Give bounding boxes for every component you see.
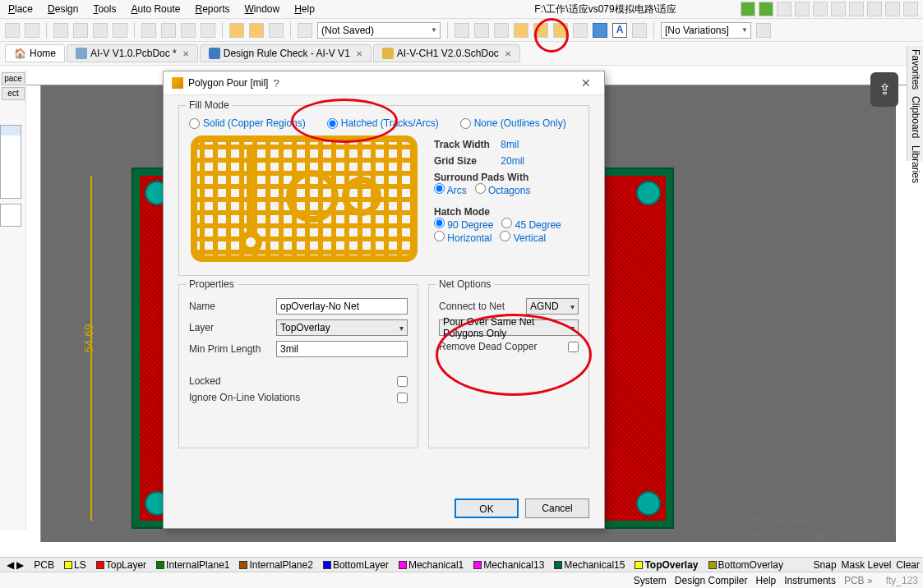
tab-pcbdoc[interactable]: AI-V V1.0.PcbDoc *✕ (67, 44, 198, 62)
help-icon[interactable]: ? (268, 77, 284, 90)
layertab-ip2[interactable]: InternalPlane2 (236, 559, 316, 571)
status-instruments[interactable]: Instruments (784, 575, 836, 586)
nav-back-icon[interactable] (741, 2, 755, 16)
layertab-ls[interactable]: LS (61, 559, 90, 571)
usb-device-icon[interactable]: ⇪ (870, 72, 898, 107)
toolbar-icon[interactable] (573, 23, 588, 38)
toolbar-icon[interactable] (756, 23, 771, 38)
radio-hatched[interactable]: Hatched (Tracks/Arcs) (327, 117, 439, 129)
doc-icon (209, 48, 220, 59)
menu-window[interactable]: Window (245, 3, 280, 15)
toolbar-icon[interactable] (161, 23, 176, 38)
cancel-button[interactable]: Cancel (525, 498, 589, 518)
close-icon[interactable]: ✕ (356, 49, 362, 58)
toolbar-icon[interactable] (885, 2, 900, 16)
toolbar-icon[interactable] (455, 23, 469, 38)
panel-libraries[interactable]: Libraries (909, 145, 921, 183)
layertab-pcb[interactable]: PCB (30, 559, 58, 571)
radio-90[interactable]: 90 Degree (434, 218, 493, 231)
toolbar-icon[interactable] (53, 23, 68, 38)
connect-net-combo[interactable]: AGND (526, 298, 579, 315)
menu-reports[interactable]: Reports (195, 3, 229, 15)
layertab-m13[interactable]: Mechanical13 (470, 559, 547, 571)
toolbar-icon[interactable] (813, 2, 828, 16)
toolbar-icon[interactable] (795, 2, 810, 16)
layertab-ip1[interactable]: InternalPlane1 (153, 559, 233, 571)
toolbar-icon[interactable] (113, 23, 127, 38)
layertab-m1[interactable]: Mechanical1 (395, 559, 467, 571)
toolbar-icon[interactable] (632, 23, 647, 38)
layertab-top[interactable]: TopLayer (93, 559, 150, 571)
toolbar-icon[interactable] (73, 23, 88, 38)
status-design-compiler[interactable]: Design Compiler (675, 575, 748, 586)
radio-45[interactable]: 45 Degree (501, 218, 561, 231)
find-icon[interactable] (298, 23, 312, 38)
toolbar-icon[interactable] (181, 23, 196, 38)
pour-over-combo[interactable]: Pour Over Same Net Polygons Only (439, 319, 579, 336)
status-help[interactable]: Help (756, 575, 777, 586)
panel-favorites[interactable]: Favorites (909, 49, 921, 90)
toolbar-icon[interactable] (201, 23, 215, 38)
menu-tools[interactable]: Tools (93, 3, 116, 15)
remove-dead-copper-checkbox[interactable] (568, 342, 579, 352)
status-snap[interactable]: Snap (814, 559, 837, 571)
radio-arcs[interactable]: Arcs (434, 183, 467, 196)
redo-icon[interactable] (249, 23, 264, 38)
layertab-bottomoverlay[interactable]: BottomOverlay (705, 559, 787, 571)
locked-checkbox[interactable] (397, 376, 408, 387)
close-button[interactable]: ✕ (576, 76, 596, 90)
toolbar-icon[interactable] (514, 23, 528, 38)
toolbar-icon[interactable] (474, 23, 489, 38)
toolbar-icon[interactable] (849, 2, 864, 16)
layertab-bottom[interactable]: BottomLayer (320, 559, 392, 571)
tab-drc[interactable]: Design Rule Check - AI-V V1✕ (200, 44, 372, 62)
nav-fwd-icon[interactable] (759, 2, 773, 16)
ok-button[interactable]: OK (455, 498, 519, 518)
toolbar-icon[interactable] (494, 23, 509, 38)
toolbar-icon[interactable] (5, 23, 20, 38)
toolbar-icon[interactable] (93, 23, 108, 38)
ignore-violations-checkbox[interactable] (397, 393, 408, 403)
status-clear[interactable]: Clear (896, 559, 920, 571)
panel-workspace[interactable]: pace (2, 72, 25, 85)
radio-vert[interactable]: Vertical (500, 231, 546, 244)
name-input[interactable] (276, 298, 408, 315)
status-mask[interactable]: Mask Level (842, 559, 892, 571)
toolbar-icon[interactable] (903, 2, 918, 16)
toolbar-icon[interactable] (777, 2, 791, 16)
radio-octagons[interactable]: Octagons (475, 183, 531, 196)
panel-clipboard[interactable]: Clipboard (909, 96, 921, 138)
toolbar-icon[interactable] (553, 23, 568, 38)
radio-horiz[interactable]: Horizontal (434, 231, 491, 244)
toolbar-icon[interactable] (533, 23, 548, 38)
tab-home[interactable]: 🏠 Home (5, 44, 65, 62)
layertab-topoverlay[interactable]: TopOverlay (631, 559, 701, 571)
toolbar-icon[interactable] (269, 23, 284, 38)
saved-state-combo[interactable]: (Not Saved) (317, 22, 441, 39)
menu-help[interactable]: Help (294, 3, 315, 15)
toolbar-icon[interactable] (831, 2, 846, 16)
sch-doc-icon (382, 48, 394, 59)
toolbar-icon[interactable] (25, 23, 39, 38)
panel-project[interactable]: ect (2, 87, 25, 100)
menu-autoroute[interactable]: Auto Route (131, 3, 180, 15)
properties-group: Properties Name LayerTopOverlay Min Prim… (178, 284, 418, 448)
radio-solid[interactable]: Solid (Copper Regions) (189, 117, 306, 129)
menu-place[interactable]: Place (8, 3, 33, 15)
close-icon[interactable]: ✕ (182, 49, 189, 58)
grid-size-value[interactable]: 20mil (501, 155, 524, 167)
layertab-m15[interactable]: Mechanical15 (551, 559, 628, 571)
radio-none[interactable]: None (Outlines Only) (460, 117, 566, 129)
undo-icon[interactable] (229, 23, 244, 38)
menu-design[interactable]: Design (48, 3, 78, 15)
tab-schdoc[interactable]: AI-V-CH1 V2.0.SchDoc✕ (373, 44, 520, 62)
variations-combo[interactable]: [No Variations] (661, 22, 751, 39)
layer-combo[interactable]: TopOverlay (276, 319, 408, 336)
toolbar-icon[interactable] (867, 2, 882, 16)
close-icon[interactable]: ✕ (505, 49, 511, 58)
track-width-value[interactable]: 8mil (501, 139, 519, 150)
select-rect-icon[interactable] (141, 23, 156, 38)
min-prim-input[interactable] (276, 341, 408, 357)
polygon-pour-icon[interactable] (593, 23, 607, 38)
status-system[interactable]: System (634, 575, 667, 586)
